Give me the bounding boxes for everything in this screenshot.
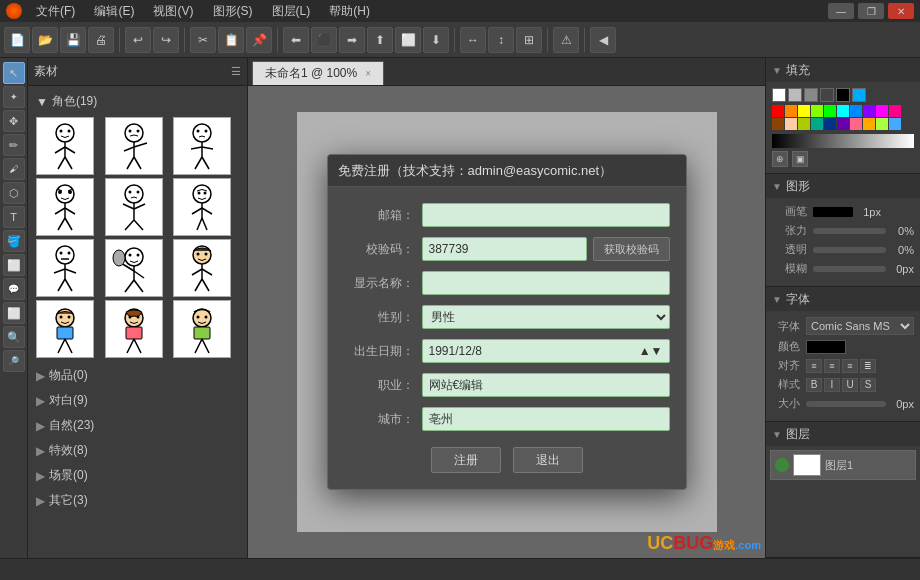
align-right-btn[interactable]: ≡: [842, 359, 858, 373]
speech-tool[interactable]: 💬: [3, 278, 25, 300]
color-teal[interactable]: [811, 118, 823, 130]
open-file-button[interactable]: 📂: [32, 27, 58, 53]
shape-header[interactable]: ▼ 图形: [766, 174, 920, 198]
color-violet[interactable]: [837, 118, 849, 130]
display-input[interactable]: [422, 271, 670, 295]
swatch-white[interactable]: [772, 88, 786, 102]
color-cyan[interactable]: [837, 105, 849, 117]
swatch-dgray[interactable]: [820, 88, 834, 102]
items-group-header[interactable]: ▶ 物品(0): [32, 364, 243, 387]
paste-button[interactable]: 📌: [246, 27, 272, 53]
menu-file[interactable]: 文件(F): [28, 2, 83, 20]
char-item-12[interactable]: [173, 300, 231, 358]
bold-button[interactable]: B: [806, 378, 822, 392]
characters-group-header[interactable]: ▼ 角色(19): [32, 90, 243, 113]
menu-edit[interactable]: 编辑(E): [86, 2, 142, 20]
color-orange[interactable]: [785, 105, 797, 117]
color-yellow[interactable]: [798, 105, 810, 117]
align-right-button[interactable]: ➡: [339, 27, 365, 53]
char-item-9[interactable]: [173, 239, 231, 297]
brush-tool[interactable]: 🖌: [3, 158, 25, 180]
color-skin[interactable]: [785, 118, 797, 130]
align-left-button[interactable]: ⬅: [283, 27, 309, 53]
minimize-button[interactable]: —: [828, 3, 854, 19]
color-pink[interactable]: [876, 105, 888, 117]
box-tool[interactable]: ⬜: [3, 254, 25, 276]
pen-tool[interactable]: ✏: [3, 134, 25, 156]
align-bottom-button[interactable]: ⬇: [423, 27, 449, 53]
color-brown[interactable]: [772, 118, 784, 130]
restore-button[interactable]: ❐: [858, 3, 884, 19]
align-center-button[interactable]: ⬛: [311, 27, 337, 53]
color-red[interactable]: [772, 105, 784, 117]
prev-button[interactable]: ◀: [590, 27, 616, 53]
char-item-1[interactable]: [36, 117, 94, 175]
layers-header[interactable]: ▼ 图层: [766, 422, 920, 446]
color-lime[interactable]: [876, 118, 888, 130]
move-tool[interactable]: ✥: [3, 110, 25, 132]
redo-button[interactable]: ↪: [153, 27, 179, 53]
color-rose[interactable]: [850, 118, 862, 130]
get-code-button[interactable]: 获取校验码: [593, 237, 670, 261]
code-input[interactable]: [422, 237, 587, 261]
shape-tool[interactable]: ⬡: [3, 182, 25, 204]
opacity-slider[interactable]: [813, 247, 886, 253]
layer-item-1[interactable]: 图层1: [770, 450, 916, 480]
swatch-mgray[interactable]: [804, 88, 818, 102]
char-item-10[interactable]: [36, 300, 94, 358]
close-button[interactable]: ✕: [888, 3, 914, 19]
color-lgreen[interactable]: [811, 105, 823, 117]
swatch-black[interactable]: [836, 88, 850, 102]
color-dred[interactable]: [889, 105, 901, 117]
underline-button[interactable]: U: [842, 378, 858, 392]
gender-select[interactable]: 男性 女性: [422, 305, 670, 329]
char-item-3[interactable]: [173, 117, 231, 175]
color-sky[interactable]: [889, 118, 901, 130]
flip-h-button[interactable]: ↔: [460, 27, 486, 53]
swatch-lgray[interactable]: [788, 88, 802, 102]
copy-button[interactable]: 📋: [218, 27, 244, 53]
effects-group-header[interactable]: ▶ 特效(8): [32, 439, 243, 462]
undo-button[interactable]: ↩: [125, 27, 151, 53]
font-size-slider[interactable]: [806, 401, 886, 407]
new-file-button[interactable]: 📄: [4, 27, 30, 53]
nature-group-header[interactable]: ▶ 自然(23): [32, 414, 243, 437]
job-input[interactable]: [422, 373, 670, 397]
canvas-tab-close[interactable]: ×: [365, 68, 371, 79]
strikethrough-button[interactable]: S: [860, 378, 876, 392]
other-group-header[interactable]: ▶ 其它(3): [32, 489, 243, 512]
char-item-11[interactable]: [105, 300, 163, 358]
group-button[interactable]: ⊞: [516, 27, 542, 53]
color-green[interactable]: [824, 105, 836, 117]
email-input[interactable]: [422, 203, 670, 227]
blur-slider[interactable]: [813, 266, 886, 272]
layer-visibility-icon[interactable]: [775, 458, 789, 472]
bucket-tool[interactable]: 🪣: [3, 230, 25, 252]
menu-help[interactable]: 帮助(H): [321, 2, 378, 20]
color-navy[interactable]: [824, 118, 836, 130]
char-item-5[interactable]: [105, 178, 163, 236]
city-input[interactable]: [422, 407, 670, 431]
flip-v-button[interactable]: ↕: [488, 27, 514, 53]
print-button[interactable]: 🖨: [88, 27, 114, 53]
canvas-viewport[interactable]: 免费注册（技术支持：admin@easycomic.net） 邮箱： 校验码：: [248, 86, 765, 558]
color-blue[interactable]: [850, 105, 862, 117]
fill-header[interactable]: ▼ 填充: [766, 58, 920, 82]
warning-button[interactable]: ⚠: [553, 27, 579, 53]
cancel-button[interactable]: 退出: [513, 447, 583, 473]
menu-shape[interactable]: 图形(S): [205, 2, 261, 20]
zoom-in-tool[interactable]: 🔍: [3, 326, 25, 348]
text-tool[interactable]: T: [3, 206, 25, 228]
align-left-btn[interactable]: ≡: [806, 359, 822, 373]
align-justify-btn[interactable]: ≣: [860, 359, 876, 373]
char-item-6[interactable]: [173, 178, 231, 236]
select-tool[interactable]: ↖: [3, 62, 25, 84]
char-item-2[interactable]: [105, 117, 163, 175]
menu-layer[interactable]: 图层(L): [264, 2, 319, 20]
pen-preview[interactable]: [813, 207, 853, 217]
node-tool[interactable]: ✦: [3, 86, 25, 108]
dialog-group-header[interactable]: ▶ 对白(9): [32, 389, 243, 412]
birth-date-input[interactable]: 1991/12/8 ▲▼: [422, 339, 670, 363]
menu-view[interactable]: 视图(V): [145, 2, 201, 20]
assets-menu-icon[interactable]: ☰: [231, 65, 241, 78]
